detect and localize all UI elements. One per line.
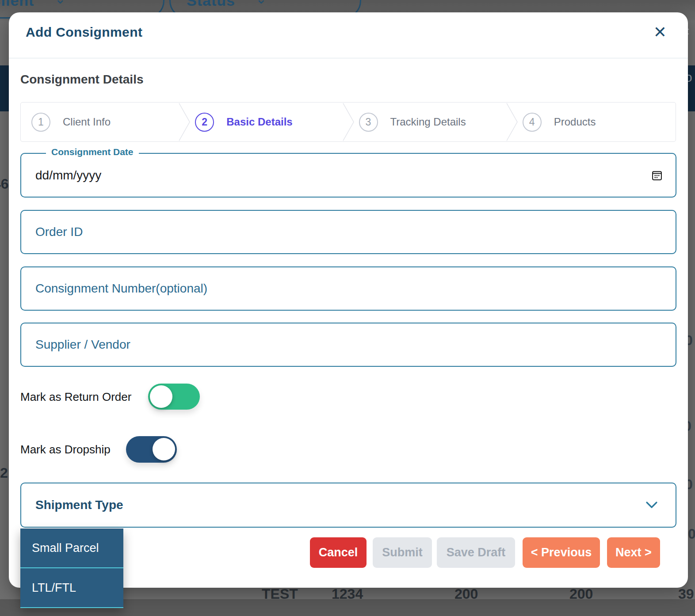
step-separator [179,103,190,141]
bg-text-fragment: 2 [0,465,8,481]
chevron-down-icon: ⌄ [256,0,267,7]
stepper: 1 Client Info 2 Basic Details 3 Tracking… [20,102,676,142]
add-consignment-modal: Add Consignment ✕ Consignment Details 1 … [9,12,688,588]
previous-button[interactable]: < Previous [523,537,600,568]
shipment-type-select[interactable]: Shipment Type [20,483,676,528]
bg-cell: 1234 [332,586,363,599]
toggle-knob [150,385,172,408]
order-id-input[interactable]: Order ID [20,210,676,254]
bg-cell: 200 [569,586,593,599]
chevron-down-icon [645,501,658,509]
step-tracking-details[interactable]: 3 Tracking Details [348,103,512,141]
consignment-number-placeholder: Consignment Number(optional) [35,281,207,296]
screen: Client ⌄ Status ⌄ 46 2 F o 0 0 0 0 TEST … [0,0,695,616]
dropdown-option-small-parcel[interactable]: Small Parcel [20,529,123,567]
calendar-icon[interactable] [651,169,663,182]
step-label: Products [554,116,596,128]
step-number: 4 [523,113,542,132]
dropship-toggle-label: Mark as Dropship [20,443,111,456]
bg-cell: TEST [262,586,298,599]
dropdown-option-ltl-ftl[interactable]: LTL/FTL [20,568,123,607]
modal-title: Add Consignment [26,25,142,40]
return-order-toggle-label: Mark as Return Order [20,390,131,404]
consignment-date-input[interactable]: Consignment Date dd/mm/yyyy [20,153,676,198]
step-basic-details[interactable]: 2 Basic Details [184,103,348,141]
step-client-info[interactable]: 1 Client Info [21,103,184,141]
chevron-down-icon: ⌄ [54,0,65,7]
close-icon[interactable]: ✕ [651,24,669,41]
step-number: 3 [359,113,378,132]
next-button[interactable]: Next > [607,537,660,568]
dropship-toggle[interactable] [126,436,177,463]
step-label: Tracking Details [390,116,466,128]
supplier-vendor-input[interactable]: Supplier / Vendor [20,323,676,367]
shipment-type-dropdown: Small Parcel LTL/FTL [20,529,123,608]
return-order-toggle[interactable] [148,384,200,410]
step-label: Basic Details [226,116,292,128]
status-filter-label: Status [187,0,235,9]
cancel-button[interactable]: Cancel [310,537,367,568]
section-heading: Consignment Details [20,72,143,87]
shipment-type-placeholder: Shipment Type [35,498,123,512]
step-number: 2 [195,113,214,132]
supplier-vendor-placeholder: Supplier / Vendor [35,338,130,352]
step-products[interactable]: 4 Products [512,103,676,141]
submit-button: Submit [373,537,432,568]
step-number: 1 [31,113,50,132]
bg-text-fragment: 46 [0,176,9,192]
save-draft-button: Save Draft [437,537,515,568]
bg-cell: 39 [678,586,694,599]
consignment-date-label: Consignment Date [46,147,139,157]
client-filter-label: Client [0,0,34,9]
order-id-placeholder: Order ID [35,225,83,239]
header-divider [9,58,688,58]
bg-text-fragment: 0 [688,526,695,542]
consignment-date-value: dd/mm/yyyy [35,168,101,183]
step-separator [506,103,518,141]
step-label: Client Info [63,116,111,128]
consignment-number-input[interactable]: Consignment Number(optional) [20,266,676,311]
step-separator [343,103,354,141]
toggle-knob [153,438,175,460]
bg-cell: 200 [454,586,478,599]
